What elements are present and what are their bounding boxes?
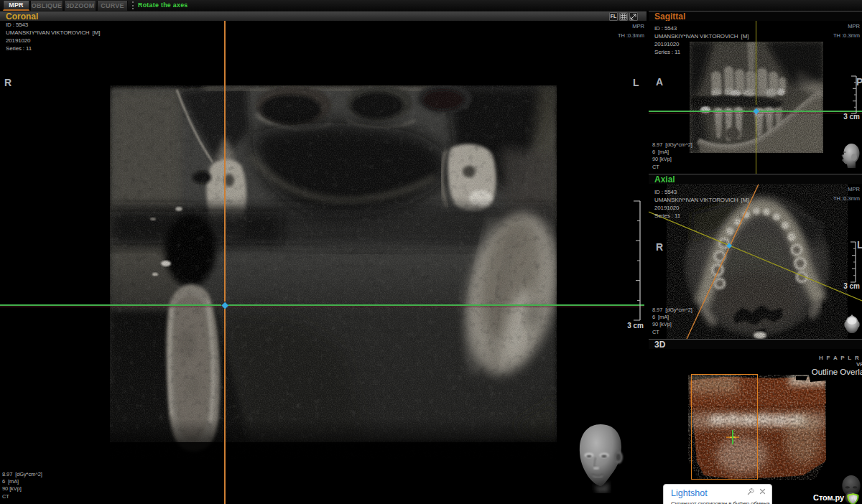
patient-study-date: 20191020: [654, 204, 749, 212]
axial-orientation-right: L: [857, 239, 862, 251]
axial-orientation-left: R: [656, 241, 663, 253]
close-icon[interactable]: [759, 488, 766, 495]
coronal-acquisition-info: 8.97 [dGy*cm^2] 6 [mA] 90 [kVp] CT: [2, 471, 42, 500]
expand-icon: [630, 13, 637, 20]
patient-series: Series : 11: [654, 48, 749, 56]
patient-id: ID : 5543: [654, 188, 749, 196]
sagittal-acquisition-info: 8.97 [dGy*cm^2] 6 [mA] 90 [kVp] CT: [652, 141, 692, 171]
patient-name: UMANSKIY*IVAN VIKTOROVICH [M]: [6, 29, 100, 37]
sagittal-panel-title: Sagittal: [654, 11, 685, 22]
patient-study-date: 20191020: [6, 37, 100, 45]
dose-area-product: 8.97 [dGy*cm^2]: [652, 141, 692, 149]
coronal-viewport[interactable]: ID : 5543 UMANSKIY*IVAN VIKTOROVICH [M] …: [0, 21, 646, 504]
sagittal-orientation-head-icon: [840, 143, 860, 169]
sagittal-crosshair-horizontal[interactable]: [649, 111, 754, 112]
patient-series: Series : 11: [654, 212, 749, 220]
slice-thickness: TH :0.3mm: [618, 32, 644, 41]
mode-tabbar: MPR OBLIQUE 3DZOOM CURVE Rotate the axes: [0, 0, 862, 11]
sagittal-viewport[interactable]: ID : 5543 UMANSKIY*IVAN VIKTOROVICH [M] …: [649, 21, 862, 174]
sagittal-slice-info: MPR TH :0.3mm: [833, 22, 860, 40]
axial-scale-label: 3 cm: [843, 282, 860, 290]
modality: CT: [2, 493, 42, 500]
volume3d-overlay-label: Outline Overlay: [812, 368, 862, 376]
fl-button[interactable]: FL: [609, 12, 618, 21]
axial-crosshair-yellow-line[interactable]: [649, 212, 862, 301]
tab-3dzoom[interactable]: 3DZOOM: [64, 1, 96, 11]
coronal-oblique-axis-line: [0, 307, 644, 307]
grid-layout-button[interactable]: [619, 12, 628, 21]
axial-panel-header: Axial: [649, 174, 862, 184]
sagittal-crosshair-vertical[interactable]: [756, 21, 757, 105]
tab-curve-label: CURVE: [101, 2, 124, 9]
toolbar-separator: [132, 1, 134, 9]
sagittal-ct-image: [690, 42, 823, 153]
expand-button[interactable]: [629, 12, 638, 21]
coronal-scale-label: 3 cm: [627, 322, 644, 330]
slice-thickness: TH :0.3mm: [833, 32, 860, 41]
slice-mode: MPR: [618, 22, 644, 32]
volume3d-viewport[interactable]: H F A P L R VR Outline Overlay: [649, 349, 862, 504]
dose-area-product: 8.97 [dGy*cm^2]: [652, 307, 692, 314]
patient-id: ID : 5543: [6, 21, 100, 29]
lightshot-message: Скриншот скопирован в буфер обмена: [671, 500, 770, 504]
tube-current: 6 [mA]: [2, 478, 42, 485]
volume3d-panel-title: 3D: [654, 340, 665, 350]
lightshot-title: Lightshot: [671, 488, 708, 498]
wrench-icon[interactable]: [747, 488, 754, 495]
axial-panel: Axial: [649, 174, 862, 339]
slice-thickness: TH :0.3mm: [833, 195, 860, 204]
coronal-panel: Coronal FL: [0, 11, 646, 504]
sagittal-panel-header: Sagittal: [649, 11, 862, 21]
patient-study-date: 20191020: [654, 40, 749, 48]
coronal-crosshair-vertical[interactable]: [224, 21, 226, 302]
tube-voltage: 90 [kVp]: [652, 156, 692, 163]
coronal-slice-info: MPR TH :0.3mm: [618, 22, 644, 40]
grid-icon: [620, 13, 627, 20]
tab-oblique[interactable]: OBLIQUE: [30, 1, 63, 11]
lightshot-notification[interactable]: Lightshot Скриншот скопирован в буфер об…: [663, 484, 772, 504]
axial-ruler: [848, 240, 858, 287]
coronal-crosshair-horizontal[interactable]: [0, 304, 221, 306]
dose-area-product: 8.97 [dGy*cm^2]: [2, 471, 42, 478]
tube-current: 6 [mA]: [652, 314, 692, 321]
patient-name: UMANSKIY*IVAN VIKTOROVICH [M]: [654, 196, 749, 204]
axial-viewport[interactable]: ID : 5543 UMANSKIY*IVAN VIKTOROVICH [M] …: [649, 184, 862, 339]
sagittal-scale-label: 3 cm: [843, 113, 860, 121]
volume3d-panel-header: 3D: [649, 339, 862, 349]
volume3d-render-mode: VR: [856, 361, 862, 368]
sagittal-ruler: [848, 74, 858, 118]
tab-oblique-label: OBLIQUE: [32, 2, 62, 9]
coronal-crosshair-vertical-lower[interactable]: [224, 309, 226, 504]
coronal-ct-image: [110, 85, 557, 459]
sagittal-patient-info: ID : 5543 UMANSKIY*IVAN VIKTOROVICH [M] …: [654, 24, 749, 56]
coronal-crosshair-horizontal-right[interactable]: [228, 304, 644, 306]
coronal-panel-title: Coronal: [6, 11, 38, 22]
axial-slice-info: MPR TH :0.3mm: [833, 185, 860, 203]
axial-panel-title: Axial: [654, 174, 675, 185]
tube-current: 6 [mA]: [652, 149, 692, 156]
rotate-axes-hint: Rotate the axes: [138, 0, 188, 11]
application-window: MPR OBLIQUE 3DZOOM CURVE Rotate the axes…: [0, 0, 862, 504]
tab-mpr-label: MPR: [9, 1, 24, 9]
tube-voltage: 90 [kVp]: [652, 321, 692, 328]
volume3d-cursor-marker[interactable]: [725, 429, 741, 445]
sagittal-orientation-left: A: [656, 76, 663, 88]
coronal-panel-header: Coronal FL: [0, 11, 646, 21]
tab-mpr[interactable]: MPR: [3, 1, 29, 11]
volume3d-crop-box[interactable]: [691, 374, 758, 480]
tab-3dzoom-label: 3DZOOM: [66, 2, 95, 9]
coronal-ruler: [631, 197, 642, 327]
coronal-orientation-head-icon: [575, 423, 626, 493]
patient-id: ID : 5543: [654, 24, 749, 32]
modality: CT: [652, 329, 692, 336]
sagittal-crosshair-vertical-lower[interactable]: [756, 116, 757, 174]
coronal-patient-info: ID : 5543 UMANSKIY*IVAN VIKTOROVICH [M] …: [6, 21, 100, 52]
sagittal-panel: Sagittal: [649, 11, 862, 174]
axial-orientation-head-icon: [842, 313, 862, 336]
volume3d-orientation-head-icon: [840, 475, 862, 504]
sagittal-crosshair-horizontal-right[interactable]: [759, 111, 862, 112]
slice-mode: MPR: [833, 185, 860, 195]
patient-series: Series : 11: [6, 45, 100, 52]
patient-name: UMANSKIY*IVAN VIKTOROVICH [M]: [654, 32, 749, 40]
tab-curve[interactable]: CURVE: [97, 1, 128, 11]
